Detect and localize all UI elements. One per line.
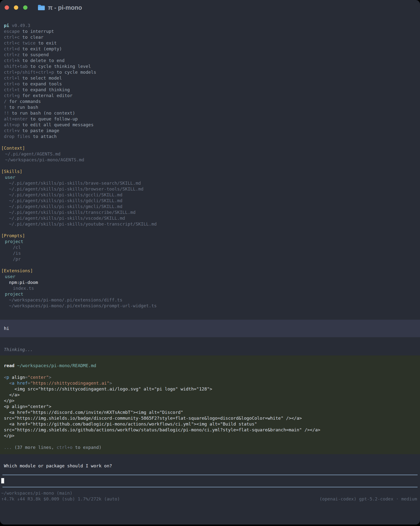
- terminal-line: ~/.pi/agent/skills/pi-skills/gmcli/SKILL…: [0, 204, 420, 210]
- terminal-line: /pr: [0, 256, 420, 262]
- tool-call-block: read ~/workspaces/pi-mono/README.md<p al…: [0, 355, 420, 454]
- terminal-line: user: [0, 274, 420, 280]
- title-bar: π - pi-mono: [0, 0, 420, 15]
- terminal-line: <img src="https://shittycodingagent.ai/l…: [4, 386, 416, 392]
- terminal-line: ~/.pi/agent/skills/pi-skills/transcribe/…: [0, 210, 420, 215]
- terminal-line: / for commands: [0, 99, 420, 104]
- terminal-line: [0, 163, 420, 169]
- terminal-line: ctrl+z to suspend: [0, 52, 420, 58]
- assistant-message: Which module or package should I work on…: [0, 463, 420, 469]
- terminal-line: <p align="center">: [4, 404, 416, 409]
- terminal-line: ~/workspaces/pi-mono/.pi/extensions/diff…: [0, 297, 420, 303]
- terminal-line: alt+enter to queue follow-up: [0, 116, 420, 122]
- terminal-line: </p>: [4, 398, 416, 404]
- terminal-line: ~/.pi/agent/AGENTS.md: [0, 151, 420, 157]
- terminal-line: ctrl+c twice to exit: [0, 40, 420, 46]
- terminal-line: ctrl+p/shift+ctrl+p to cycle models: [0, 69, 420, 75]
- terminal-line: ~/.pi/agent/skills/pi-skills/brave-searc…: [0, 180, 420, 186]
- terminal-line: ctrl+t to expand thinking: [0, 87, 420, 93]
- terminal-line: <a href="https://discord.com/invite/nKXT…: [4, 409, 416, 415]
- terminal-line: ~/workspaces/pi-mono/AGENTS.md: [0, 157, 420, 163]
- terminal-line: ... (37 more lines, ctrl+o to expand): [4, 445, 416, 450]
- terminal-line: </a>: [4, 392, 416, 398]
- terminal-line: drop files to attach: [0, 133, 420, 139]
- terminal-line: src="https://img.shields.io/badge/discor…: [4, 415, 416, 421]
- prompt-input[interactable]: [1, 478, 420, 483]
- terminal-line: ~/.pi/agent/skills/pi-skills/youtube-tra…: [0, 221, 420, 227]
- terminal-line: user: [0, 174, 420, 180]
- terminal-line: index.ts: [0, 285, 420, 291]
- thinking-indicator: Thinking...: [0, 347, 420, 353]
- terminal-line: <a href="https://github.com/badlogic/pi-…: [4, 421, 416, 427]
- terminal-line: !! to run bash (no context): [0, 110, 420, 116]
- terminal-line: [0, 262, 420, 268]
- close-button[interactable]: [5, 5, 9, 10]
- terminal-line: read ~/workspaces/pi-mono/README.md: [4, 363, 416, 369]
- terminal-line: ~/.pi/agent/skills/pi-skills/vscode/SKIL…: [0, 215, 420, 221]
- token-usage-status: ↑4.7k ↓44 R3.8k $0.009 (sub) 1.7%/272k (…: [1, 496, 120, 502]
- terminal-line: ~/workspaces/pi-mono/.pi/extensions/prom…: [0, 303, 420, 309]
- model-status: (openai-codex) gpt-5.2-codex · medium: [319, 496, 417, 502]
- terminal-line: <a href="https://shittycodingagent.ai">: [4, 380, 416, 386]
- terminal-line: ctrl+l to select model: [0, 75, 420, 81]
- terminal-window: π - pi-mono pi v0.49.3escape to interrup…: [0, 0, 420, 525]
- input-divider-top: [2, 475, 418, 475]
- terminal-line: project: [0, 239, 420, 244]
- terminal-line: alt+up to edit all queued messages: [0, 122, 420, 128]
- terminal-content: pi v0.49.3escape to interruptctrl+c to c…: [0, 15, 420, 502]
- terminal-line: [4, 369, 416, 374]
- terminal-line: escape to interrupt: [0, 29, 420, 34]
- terminal-line: [Prompts]: [0, 233, 420, 239]
- zoom-button[interactable]: [23, 5, 28, 10]
- cwd-branch-status: ~/workspaces/pi-mono (main): [1, 490, 72, 496]
- terminal-line: ~/.pi/agent/skills/pi-skills/browser-too…: [0, 186, 420, 192]
- terminal-line: [4, 439, 416, 445]
- minimize-button[interactable]: [14, 5, 18, 10]
- window-title: π - pi-mono: [48, 5, 82, 10]
- terminal-line: ~/.pi/agent/skills/pi-skills/gdcli/SKILL…: [0, 198, 420, 204]
- terminal-line: shift+tab to cycle thinking level: [0, 63, 420, 69]
- terminal-line: <p align="center">: [4, 374, 416, 380]
- terminal-line: [0, 139, 420, 145]
- terminal-line: ctrl+g for external editor: [0, 93, 420, 99]
- terminal-line: pi v0.49.3: [0, 23, 420, 29]
- terminal-line: [Extensions]: [0, 268, 420, 274]
- status-bar: ~/workspaces/pi-mono (main) ↑4.7k ↓44 R3…: [1, 490, 420, 502]
- input-divider-bottom: [2, 487, 418, 487]
- terminal-line: ! to run bash: [0, 104, 420, 110]
- tool-block-lines: read ~/workspaces/pi-mono/README.md<p al…: [4, 363, 416, 450]
- terminal-line: ctrl+c to clear: [0, 34, 420, 40]
- terminal-line: ctrl+k to delete to end: [0, 58, 420, 63]
- terminal-line: ctrl+v to paste image: [0, 128, 420, 133]
- terminal-line: /cl: [0, 244, 420, 250]
- terminal-line: </p>: [4, 433, 416, 439]
- terminal-line: [Context]: [0, 145, 420, 151]
- terminal-line: ctrl+d to exit (empty): [0, 46, 420, 52]
- terminal-line: npm:pi-doom: [0, 280, 420, 285]
- terminal-line: ~/.pi/agent/skills/pi-skills/gccli/SKILL…: [0, 192, 420, 198]
- text-cursor: [1, 478, 4, 483]
- terminal-line: project: [0, 291, 420, 297]
- terminal-line: ctrl+o to expand tools: [0, 81, 420, 87]
- terminal-line: [0, 227, 420, 233]
- intro-lines: pi v0.49.3escape to interruptctrl+c to c…: [0, 23, 420, 309]
- terminal-line: [Skills]: [0, 169, 420, 174]
- folder-icon: [38, 5, 45, 10]
- terminal-line: src="https://img.shields.io/github/actio…: [4, 427, 416, 433]
- terminal-line: /is: [0, 250, 420, 256]
- user-message: hi: [0, 320, 420, 337]
